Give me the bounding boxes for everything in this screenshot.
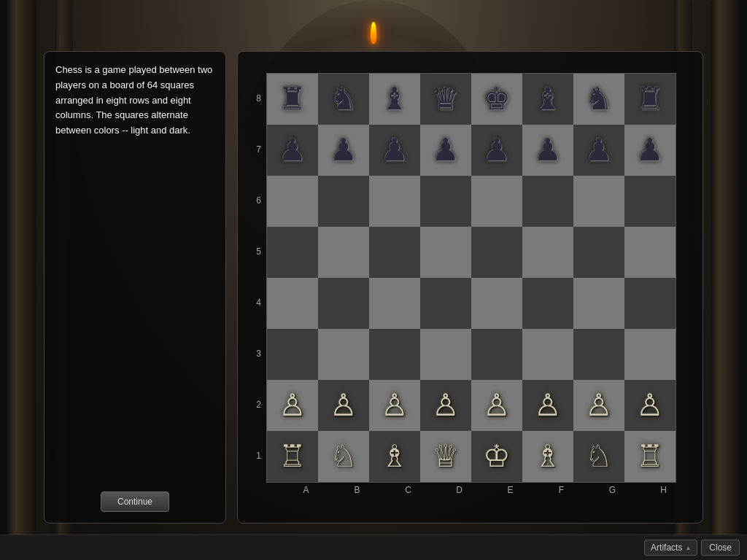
square-D6[interactable] <box>420 176 471 227</box>
piece-bk-E8: ♚ <box>483 84 511 114</box>
rank-label-6: 6 <box>252 175 266 226</box>
square-C5[interactable] <box>369 227 420 278</box>
piece-br-H8: ♜ <box>636 84 664 114</box>
square-E2[interactable]: ♙ <box>471 380 522 431</box>
square-A1[interactable]: ♖ <box>267 431 318 482</box>
board-with-labels: 87654321 ♜♞♝♛♚♝♞♜♟♟♟♟♟♟♟♟♙♙♙♙♙♙♙♙♖♘♗♕♔♗♘… <box>252 73 689 483</box>
square-C1[interactable]: ♗ <box>369 431 420 482</box>
square-G5[interactable] <box>573 227 624 278</box>
pillar-left <box>7 0 36 560</box>
square-G7[interactable]: ♟ <box>573 125 624 176</box>
square-B4[interactable] <box>318 278 369 329</box>
square-B3[interactable] <box>318 329 369 380</box>
left-panel: Chess is a game played between two playe… <box>44 51 226 524</box>
square-D4[interactable] <box>420 278 471 329</box>
square-A6[interactable] <box>267 176 318 227</box>
square-F5[interactable] <box>522 227 573 278</box>
square-B7[interactable]: ♟ <box>318 125 369 176</box>
piece-bp-B7: ♟ <box>330 135 357 166</box>
square-C6[interactable] <box>369 176 420 227</box>
file-label-C: C <box>383 483 434 495</box>
square-C8[interactable]: ♝ <box>369 74 420 125</box>
square-C2[interactable]: ♙ <box>369 380 420 431</box>
square-H1[interactable]: ♖ <box>624 431 676 482</box>
square-B8[interactable]: ♞ <box>318 74 369 125</box>
square-F1[interactable]: ♗ <box>522 431 573 482</box>
square-G8[interactable]: ♞ <box>573 74 624 125</box>
piece-br-A8: ♜ <box>279 84 306 114</box>
square-E5[interactable] <box>471 227 522 278</box>
square-F7[interactable]: ♟ <box>522 125 573 176</box>
square-G3[interactable] <box>573 329 624 380</box>
square-G2[interactable]: ♙ <box>573 380 624 431</box>
piece-bp-A7: ♟ <box>279 135 306 166</box>
square-F6[interactable] <box>522 176 573 227</box>
piece-wp-B2: ♙ <box>330 390 357 421</box>
square-G4[interactable] <box>573 278 624 329</box>
square-A7[interactable]: ♟ <box>267 125 318 176</box>
artifacts-button[interactable]: Artifacts ▲ <box>644 540 697 556</box>
chess-grid[interactable]: ♜♞♝♛♚♝♞♜♟♟♟♟♟♟♟♟♙♙♙♙♙♙♙♙♖♘♗♕♔♗♘♖ <box>266 73 676 483</box>
square-G6[interactable] <box>573 176 624 227</box>
continue-button[interactable]: Continue <box>101 491 169 512</box>
file-label-A: A <box>281 483 332 495</box>
square-E8[interactable]: ♚ <box>471 74 522 125</box>
square-D5[interactable] <box>420 227 471 278</box>
square-B1[interactable]: ♘ <box>318 431 369 482</box>
piece-wp-D2: ♙ <box>432 390 460 421</box>
piece-wp-F2: ♙ <box>534 390 562 421</box>
piece-wr-H1: ♖ <box>636 441 664 472</box>
square-A5[interactable] <box>267 227 318 278</box>
square-B6[interactable] <box>318 176 369 227</box>
square-E6[interactable] <box>471 176 522 227</box>
piece-bp-E7: ♟ <box>483 135 511 166</box>
description-text: Chess is a game played between two playe… <box>55 63 214 139</box>
artifacts-arrow-icon: ▲ <box>685 545 691 551</box>
square-D8[interactable]: ♛ <box>420 74 471 125</box>
square-E4[interactable] <box>471 278 522 329</box>
square-H7[interactable]: ♟ <box>624 125 676 176</box>
artifacts-label: Artifacts <box>651 542 682 553</box>
flame-inner <box>371 22 376 44</box>
square-B5[interactable] <box>318 227 369 278</box>
square-F4[interactable] <box>522 278 573 329</box>
square-H5[interactable] <box>624 227 676 278</box>
square-A4[interactable] <box>267 278 318 329</box>
square-C4[interactable] <box>369 278 420 329</box>
square-D1[interactable]: ♕ <box>420 431 471 482</box>
square-H2[interactable]: ♙ <box>624 380 676 431</box>
square-A8[interactable]: ♜ <box>267 74 318 125</box>
square-A3[interactable] <box>267 329 318 380</box>
rank-label-7: 7 <box>252 124 266 175</box>
rank-label-3: 3 <box>252 328 266 379</box>
square-H3[interactable] <box>624 329 676 380</box>
square-F3[interactable] <box>522 329 573 380</box>
piece-wq-D1: ♕ <box>432 441 460 472</box>
square-H4[interactable] <box>624 278 676 329</box>
square-C3[interactable] <box>369 329 420 380</box>
piece-bp-H7: ♟ <box>636 135 664 166</box>
square-F2[interactable]: ♙ <box>522 380 573 431</box>
piece-wp-E2: ♙ <box>483 390 511 421</box>
square-D2[interactable]: ♙ <box>420 380 471 431</box>
piece-wb-F1: ♗ <box>534 441 562 472</box>
square-E3[interactable] <box>471 329 522 380</box>
piece-wn-B1: ♘ <box>330 441 357 472</box>
square-H6[interactable] <box>624 176 676 227</box>
close-button[interactable]: Close <box>701 540 740 556</box>
square-D7[interactable]: ♟ <box>420 125 471 176</box>
rank-label-2: 2 <box>252 379 266 430</box>
square-A2[interactable]: ♙ <box>267 380 318 431</box>
flame <box>371 22 376 44</box>
square-E1[interactable]: ♔ <box>471 431 522 482</box>
chess-board-container: 87654321 ♜♞♝♛♚♝♞♜♟♟♟♟♟♟♟♟♙♙♙♙♙♙♙♙♖♘♗♕♔♗♘… <box>252 73 689 495</box>
file-label-E: E <box>485 483 536 495</box>
square-B2[interactable]: ♙ <box>318 380 369 431</box>
square-D3[interactable] <box>420 329 471 380</box>
square-G1[interactable]: ♘ <box>573 431 624 482</box>
square-C7[interactable]: ♟ <box>369 125 420 176</box>
square-H8[interactable]: ♜ <box>624 74 676 125</box>
square-E7[interactable]: ♟ <box>471 125 522 176</box>
square-F8[interactable]: ♝ <box>522 74 573 125</box>
piece-bp-G7: ♟ <box>585 135 613 166</box>
